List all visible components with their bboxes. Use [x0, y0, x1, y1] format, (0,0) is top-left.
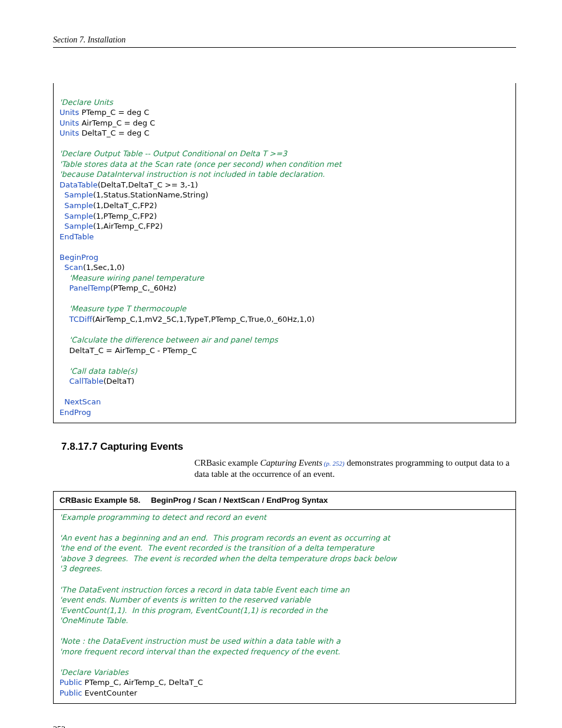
- code-line: (1,Status.StationName,String): [93, 190, 209, 199]
- code-line: 'Call data table(s): [59, 367, 137, 375]
- code-line: 'Measure wiring panel temperature: [59, 274, 204, 282]
- section-paragraph: CRBasic example Capturing Events (p. 252…: [194, 457, 516, 480]
- code-line: '3 degrees.: [59, 564, 102, 573]
- para-text: CRBasic example: [194, 458, 260, 467]
- code-example-upper: 'Declare Units Units PTemp_C = deg C Uni…: [53, 83, 516, 423]
- code-line: EventCounter: [82, 689, 137, 697]
- code-line: Units: [59, 108, 79, 117]
- code-line: Sample: [59, 222, 93, 230]
- cross-reference[interactable]: Capturing Events: [260, 458, 322, 467]
- code-line: PTemp_C = deg C: [79, 108, 149, 117]
- running-header: Section 7. Installation: [53, 35, 516, 48]
- code-line: (AirTemp_C,1,mV2_5C,1,TypeT,PTemp_C,True…: [92, 315, 315, 324]
- code-line: (1,AirTemp_C,FP2): [93, 222, 163, 230]
- code-example-box: CRBasic Example 58.BeginProg / Scan / Ne…: [53, 491, 516, 704]
- code-line: AirTemp_C = deg C: [79, 118, 155, 127]
- code-line: (1,DeltaT_C,FP2): [93, 201, 157, 210]
- code-line: 'Example programming to detect and recor…: [59, 513, 266, 522]
- code-line: 'Table stores data at the Scan rate (onc…: [59, 160, 342, 169]
- code-line: EndProg: [59, 408, 91, 417]
- code-line: 'Measure type T thermocouple: [59, 304, 186, 313]
- code-line: (1,PTemp_C,FP2): [93, 212, 157, 220]
- code-line: 'EventCount(1,1). In this program, Event…: [59, 606, 328, 615]
- code-line: 'more frequent record interval than the …: [59, 647, 340, 656]
- example-title-row: CRBasic Example 58.BeginProg / Scan / Ne…: [54, 492, 515, 510]
- code-line: (1,Sec,1,0): [83, 263, 125, 272]
- code-line: DeltaT_C = AirTemp_C - PTemp_C: [59, 346, 197, 355]
- section-number: 7.8.17.7: [61, 441, 97, 452]
- code-line: Sample: [59, 201, 93, 210]
- example-number: CRBasic Example 58.: [59, 496, 140, 505]
- code-line: 'because DataInterval instruction is not…: [59, 170, 325, 179]
- code-line: Scan: [59, 263, 83, 272]
- section-title: Capturing Events: [100, 441, 183, 452]
- example-title: BeginProg / Scan / NextScan / EndProg Sy…: [151, 496, 328, 505]
- code-line: DataTable: [59, 180, 98, 189]
- code-line: (DeltaT,DeltaT_C >= 3,-1): [98, 180, 199, 189]
- code-line: TCDiff: [59, 315, 92, 324]
- code-line: PanelTemp: [59, 284, 110, 292]
- code-line: 'Declare Output Table -- Output Conditio…: [59, 149, 287, 158]
- code-line: 'Declare Variables: [59, 668, 128, 677]
- cross-reference-page[interactable]: (p. 252): [322, 460, 345, 467]
- code-line: (DeltaT): [103, 377, 134, 386]
- code-line: 'Note : the DataEvent instruction must b…: [59, 637, 340, 645]
- code-example-lower: 'Example programming to detect and recor…: [59, 512, 510, 699]
- code-line: 'event ends. Number of events is written…: [59, 595, 310, 604]
- page-number: 252: [53, 725, 516, 728]
- code-line: BeginProg: [59, 253, 98, 262]
- code-line: 'OneMinute Table.: [59, 616, 128, 625]
- section-heading: 7.8.17.7 Capturing Events: [61, 441, 516, 453]
- code-line: Public: [59, 689, 82, 697]
- code-line: CallTable: [59, 377, 103, 386]
- code-line: DeltaT_C = deg C: [79, 129, 149, 137]
- code-line: Sample: [59, 190, 93, 199]
- code-line: 'Declare Units: [59, 98, 113, 107]
- code-line: Public: [59, 678, 82, 687]
- code-line: EndTable: [59, 232, 94, 241]
- code-line: 'the end of the event. The event recorde…: [59, 543, 374, 552]
- code-line: 'An event has a beginning and an end. Th…: [59, 533, 390, 542]
- code-line: Units: [59, 129, 79, 137]
- code-line: NextScan: [59, 397, 101, 406]
- code-line: 'The DataEvent instruction forces a reco…: [59, 585, 349, 594]
- code-line: PTemp_C, AirTemp_C, DeltaT_C: [82, 678, 203, 687]
- code-line: 'above 3 degrees. The event is recorded …: [59, 554, 396, 563]
- code-line: Sample: [59, 212, 93, 220]
- code-line: 'Calculate the difference between air an…: [59, 335, 278, 344]
- code-line: (PTemp_C,_60Hz): [110, 284, 176, 292]
- code-line: Units: [59, 118, 79, 127]
